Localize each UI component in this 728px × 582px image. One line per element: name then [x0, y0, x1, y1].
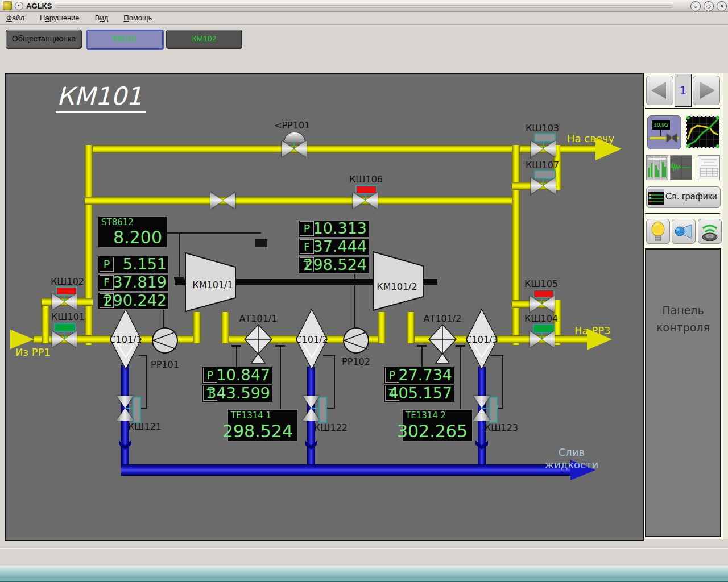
- ksh123-callout: [497, 408, 503, 409]
- ksh121-callout: [141, 408, 147, 409]
- menu-file[interactable]: Файл: [0, 12, 31, 22]
- display-pt-at2[interactable]: P27.734 T405.157: [383, 367, 454, 403]
- display-pft-km2[interactable]: P10.313 F37.444 T298.524: [298, 220, 369, 275]
- free-graphs-label: Св. графики: [665, 192, 717, 202]
- pipe-comp1-suction: [193, 312, 201, 343]
- display-tag: ТЕ1314 2: [406, 410, 446, 421]
- ksh123-callout: [502, 355, 503, 409]
- pipe-comp1-discharge: [221, 312, 229, 343]
- tag-t: T: [300, 257, 314, 272]
- valve-ksh107[interactable]: [531, 177, 556, 194]
- control-panel-label: Панель: [646, 304, 720, 317]
- pt2-connector: [421, 346, 423, 367]
- display-te1314-1[interactable]: ТЕ1314 1 298.524: [228, 409, 298, 442]
- valve-ksh105[interactable]: [530, 296, 555, 313]
- st-connector: [166, 232, 261, 234]
- display-pft-km1[interactable]: P5.151 F37.819 T290.242: [98, 256, 169, 310]
- ksh122-callout: [334, 355, 335, 409]
- sensor-cap: [231, 345, 241, 347]
- tab-km102[interactable]: КМ102: [166, 30, 242, 49]
- pump-rr102[interactable]: [342, 327, 370, 354]
- display-value: 302.265: [397, 422, 468, 440]
- mimic-title: КМ101: [56, 82, 146, 113]
- horn-test-button[interactable]: [672, 219, 696, 244]
- display-st8612[interactable]: ST8612 8.200: [98, 216, 167, 248]
- valve-ksh122[interactable]: [303, 396, 320, 421]
- pump-rr101[interactable]: [151, 327, 179, 354]
- compressor-label: КМ101/2: [374, 281, 420, 292]
- flow-label-inlet: Из РР1: [15, 346, 51, 358]
- lamp-test-button[interactable]: [646, 219, 670, 244]
- pft1-connector: [163, 309, 164, 328]
- valve-ksh101[interactable]: [52, 331, 77, 348]
- st-connector: [179, 232, 180, 279]
- valve-ksh106[interactable]: [353, 192, 378, 209]
- te2-connector: [460, 346, 461, 409]
- tag-p: P: [300, 221, 314, 236]
- value-f: 37.444: [313, 238, 367, 255]
- valve-ksh102[interactable]: [52, 293, 77, 310]
- titlebar-grip: [57, 2, 671, 9]
- valve-label: КШ122: [314, 422, 348, 433]
- sensor-cap: [275, 345, 285, 347]
- sticky-icon[interactable]: [15, 2, 23, 10]
- valve-ksh103[interactable]: [531, 140, 556, 157]
- close-icon[interactable]: ✕: [717, 1, 727, 11]
- pipe-comp2-discharge: [407, 312, 415, 343]
- tag-t: T: [385, 386, 399, 401]
- app-statusbar: Ivory . roman: [0, 548, 728, 566]
- control-valve-label: <РР101: [274, 120, 310, 131]
- free-graphs-icon: [648, 189, 664, 205]
- document-button[interactable]: [698, 155, 720, 180]
- cooler-at101-2[interactable]: [428, 324, 457, 364]
- titlebar: AGLKS ⌄ ◇ ✕: [0, 0, 728, 12]
- separator: [645, 213, 720, 214]
- mnemo-thumb-display: 10.95: [652, 120, 670, 130]
- valve-label: КШ106: [349, 174, 383, 185]
- panel-scroll-strip[interactable]: [723, 73, 728, 539]
- valve-label: КШ104: [524, 313, 558, 324]
- separator-label: С101/2: [292, 334, 332, 345]
- display-te1314-2[interactable]: ТЕ1314 2 302.265: [402, 409, 473, 442]
- pipe-left-riser: [85, 145, 93, 345]
- next-arrow-icon: [700, 82, 715, 99]
- display-pt-at1[interactable]: P10.847 T343.599: [201, 367, 272, 403]
- sound-button[interactable]: [698, 219, 722, 244]
- tag-f: F: [100, 275, 114, 290]
- valve-ksh121[interactable]: [117, 396, 134, 421]
- value-p: 5.151: [123, 256, 167, 272]
- minimize-icon[interactable]: ⌄: [690, 1, 701, 11]
- pipe-comp2-suction: [378, 312, 386, 343]
- control-valve-rr101[interactable]: [282, 140, 307, 157]
- free-graphs-button[interactable]: Св. графики: [646, 186, 721, 208]
- menu-view[interactable]: Вид: [89, 12, 115, 22]
- tag-p: P: [100, 257, 114, 272]
- trend-button[interactable]: [686, 115, 720, 148]
- cooler-at101-1[interactable]: [244, 324, 272, 364]
- next-page-button[interactable]: [693, 76, 720, 105]
- valve-unlabeled[interactable]: [210, 192, 235, 209]
- oscillogram-button[interactable]: [670, 155, 692, 180]
- mnemo-button[interactable]: 10.95: [647, 115, 681, 149]
- mnemo-thumb-valve-icon: [667, 134, 677, 142]
- valve-label: КШ107: [526, 160, 559, 171]
- bulb-icon: [651, 221, 665, 242]
- shaft-sensor-block: [255, 239, 267, 247]
- tab-obshestancionka[interactable]: Общестанционка: [6, 30, 82, 49]
- valve-ksh123[interactable]: [473, 396, 490, 421]
- tab-km101[interactable]: КМ101: [86, 30, 164, 50]
- tag-t: T: [100, 293, 114, 308]
- speaker-icon: [701, 222, 719, 241]
- prev-page-button[interactable]: [646, 76, 673, 105]
- valve-ksh104[interactable]: [530, 331, 555, 348]
- cascade-panel-button[interactable]: [646, 155, 668, 180]
- valve-label: КШ123: [485, 422, 518, 433]
- cooler-label: АТ101/2: [423, 313, 462, 324]
- mnemo-thumb-stand: [660, 130, 661, 136]
- maximize-icon[interactable]: ◇: [704, 1, 714, 11]
- separator-label: С101/3: [462, 334, 502, 345]
- control-panel-placeholder: Панель контроля: [645, 248, 721, 537]
- menu-help[interactable]: Помощь: [117, 12, 158, 22]
- valve-label: КШ121: [128, 421, 162, 432]
- menu-violation[interactable]: Нарушение: [34, 12, 86, 22]
